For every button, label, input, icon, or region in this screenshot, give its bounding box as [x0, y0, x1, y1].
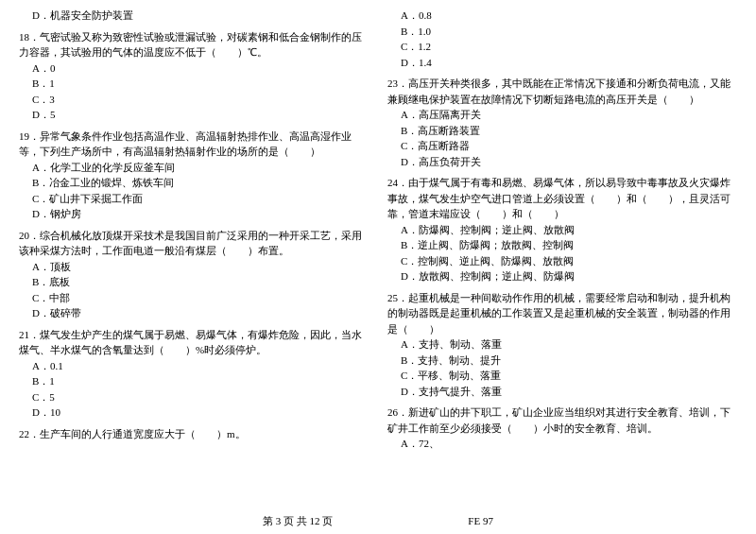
q21-option-c: C．5 — [32, 389, 369, 405]
q26-text: 26．新进矿山的井下职工，矿山企业应当组织对其进行安全教育、培训，下矿井工作前至… — [387, 405, 737, 436]
page-footer: 第 3 页 共 12 页 FE 97 — [0, 514, 756, 528]
q21-option-d: D．10 — [32, 405, 369, 421]
q19-text: 19．异常气象条件作业包括高温作业、高温辐射热排作业、高温高湿作业等，下列生产场… — [19, 129, 369, 160]
q20-option-b: B．底板 — [32, 274, 369, 290]
q26-option-a: A．72、 — [401, 436, 737, 452]
footer-text: 第 3 页 共 12 页 — [263, 515, 333, 526]
q18-option-d: D．5 — [32, 107, 369, 123]
q24-option-b: B．逆止阀、防爆阀；放散阀、控制阀 — [401, 237, 737, 253]
q24-option-c: C．控制阀、逆止阀、防爆阀、放散阀 — [401, 253, 737, 269]
q22-option-d: D．1.4 — [401, 55, 737, 71]
q21-block: 21．煤气发生炉产生的煤气属于易燃、易爆气体，有爆炸危险，因此，当水煤气、半水煤… — [19, 327, 369, 421]
main-columns: D．机器安全防护装置 18．气密试验又称为致密性试验或泄漏试验，对碳素钢和低合金… — [19, 8, 737, 457]
q20-option-d: D．破碎带 — [32, 305, 369, 321]
q23-block: 23．高压开关种类很多，其中既能在正常情况下接通和分断负荷电流，又能兼顾继电保护… — [387, 76, 737, 169]
q24-option-a: A．防爆阀、控制阀；逆止阀、放散阀 — [401, 222, 737, 238]
q20-option-c: C．中部 — [32, 290, 369, 306]
q26-block: 26．新进矿山的井下职工，矿山企业应当组织对其进行安全教育、培训，下矿井工作前至… — [387, 405, 737, 452]
q18-text: 18．气密试验又称为致密性试验或泄漏试验，对碳素钢和低合金钢制作的压力容器，其试… — [19, 29, 369, 60]
page: D．机器安全防护装置 18．气密试验又称为致密性试验或泄漏试验，对碳素钢和低合金… — [0, 0, 756, 534]
q25-option-a: A．支持、制动、落重 — [401, 336, 737, 353]
q18-option-a: A．0 — [32, 60, 369, 77]
q23-option-d: D．高压负荷开关 — [401, 154, 737, 170]
q20-text: 20．综合机械化放顶煤开采技术是我国目前广泛采用的一种开采工艺，采用该种采煤方法… — [19, 228, 369, 259]
q20-block: 20．综合机械化放顶煤开采技术是我国目前广泛采用的一种开采工艺，采用该种采煤方法… — [19, 228, 369, 321]
q25-option-c: C．平移、制动、落重 — [401, 368, 737, 384]
q22-block: 22．生产车间的人行通道宽度应大于（ ）m。 — [19, 426, 369, 442]
q22-option-c: C．1.2 — [401, 39, 737, 55]
q19-option-a: A．化学工业的化学反应釜车间 — [32, 160, 369, 176]
q19-option-d: D．钢炉房 — [32, 206, 369, 222]
right-column: A．0.8 B．1.0 C．1.2 D．1.4 23．高压开关种类很多，其中既能… — [387, 8, 737, 457]
q22-options-block: A．0.8 B．1.0 C．1.2 D．1.4 — [387, 8, 737, 70]
left-column: D．机器安全防护装置 18．气密试验又称为致密性试验或泄漏试验，对碳素钢和低合金… — [19, 8, 369, 457]
q17-option-d: D．机器安全防护装置 — [32, 8, 369, 24]
q23-text: 23．高压开关种类很多，其中既能在正常情况下接通和分断负荷电流，又能兼顾继电保护… — [387, 76, 737, 107]
q22-option-a: A．0.8 — [401, 8, 737, 24]
q23-option-a: A．高压隔离开关 — [401, 107, 737, 123]
q25-option-b: B．支持、制动、提升 — [401, 353, 737, 369]
q17-cont-block: D．机器安全防护装置 — [19, 8, 369, 24]
q21-option-b: B．1 — [32, 373, 369, 389]
q22-option-b: B．1.0 — [401, 24, 737, 40]
q18-block: 18．气密试验又称为致密性试验或泄漏试验，对碳素钢和低合金钢制作的压力容器，其试… — [19, 29, 369, 123]
q21-option-a: A．0.1 — [32, 358, 369, 374]
q24-option-d: D．放散阀、控制阀；逆止阀、防爆阀 — [401, 268, 737, 284]
q25-option-d: D．支持气提升、落重 — [401, 384, 737, 400]
q19-option-c: C．矿山井下采掘工作面 — [32, 191, 369, 207]
q18-option-c: C．3 — [32, 92, 369, 108]
q21-text: 21．煤气发生炉产生的煤气属于易燃、易爆气体，有爆炸危险，因此，当水煤气、半水煤… — [19, 327, 369, 358]
q24-text: 24．由于煤气属于有毒和易燃、易爆气体，所以易导致中毒事故及火灾爆炸事故，煤气发… — [387, 175, 737, 222]
footer-code: FE 97 — [468, 515, 493, 526]
q19-block: 19．异常气象条件作业包括高温作业、高温辐射热排作业、高温高湿作业等，下列生产场… — [19, 129, 369, 222]
q18-option-b: B．1 — [32, 76, 369, 92]
q23-option-b: B．高压断路装置 — [401, 123, 737, 139]
q20-option-a: A．顶板 — [32, 259, 369, 275]
q24-block: 24．由于煤气属于有毒和易燃、易爆气体，所以易导致中毒事故及火灾爆炸事故，煤气发… — [387, 175, 737, 284]
q22-text: 22．生产车间的人行通道宽度应大于（ ）m。 — [19, 426, 369, 442]
q25-block: 25．起重机械是一种间歇动作作用的机械，需要经常启动和制动，提升机构的制动器既是… — [387, 290, 737, 400]
q25-text: 25．起重机械是一种间歇动作作用的机械，需要经常启动和制动，提升机构的制动器既是… — [387, 290, 737, 337]
q23-option-c: C．高压断路器 — [401, 138, 737, 154]
q19-option-b: B．冶金工业的锻焊、炼铁车间 — [32, 175, 369, 191]
